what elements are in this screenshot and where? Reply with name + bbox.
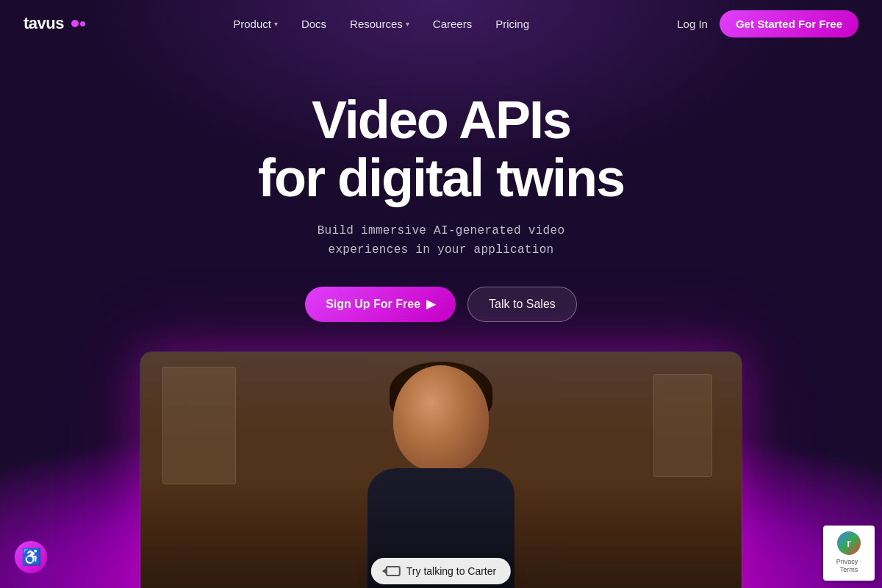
logo-dot-1 xyxy=(71,20,79,27)
recaptcha-text: Privacy · Terms xyxy=(831,558,867,575)
person-head xyxy=(393,365,489,472)
nav-careers[interactable]: Careers xyxy=(433,18,472,30)
get-started-button[interactable]: Get Started For Free xyxy=(720,10,858,37)
talk-to-sales-button[interactable]: Talk to Sales xyxy=(467,287,577,322)
nav-docs[interactable]: Docs xyxy=(301,18,326,30)
carter-button[interactable]: Try talking to Carter xyxy=(371,558,511,584)
nav-resources[interactable]: Resources ▾ xyxy=(350,18,409,30)
person-figure xyxy=(331,365,551,588)
nav-product[interactable]: Product ▾ xyxy=(233,18,278,30)
logo-icon xyxy=(71,20,85,27)
recaptcha-logo: r xyxy=(837,531,861,555)
background-window-right xyxy=(653,374,712,477)
navbar: tavus Product ▾ Docs Resources ▾ Careers… xyxy=(0,0,882,47)
signup-button[interactable]: Sign Up For Free ▶ xyxy=(305,287,456,322)
arrow-icon: ▶ xyxy=(426,297,435,311)
nav-pricing[interactable]: Pricing xyxy=(495,18,529,30)
nav-actions: Log In Get Started For Free xyxy=(677,10,858,37)
logo[interactable]: tavus xyxy=(24,14,85,33)
hero-subtitle: Build immersive AI-generated video exper… xyxy=(0,222,882,259)
nav-links: Product ▾ Docs Resources ▾ Careers Prici… xyxy=(233,18,529,30)
recaptcha-badge: r Privacy · Terms xyxy=(823,526,875,581)
accessibility-button[interactable]: ♿ xyxy=(15,541,47,573)
logo-text: tavus xyxy=(24,14,64,33)
accessibility-icon: ♿ xyxy=(21,548,41,567)
logo-dot-2 xyxy=(80,21,85,26)
hero-section: Video APIs for digital twins Build immer… xyxy=(0,47,882,322)
login-button[interactable]: Log In xyxy=(677,18,708,30)
product-chevron-icon: ▾ xyxy=(274,20,278,28)
hero-buttons: Sign Up For Free ▶ Talk to Sales xyxy=(0,287,882,322)
background-window-left xyxy=(162,367,236,484)
video-container: Try talking to Carter xyxy=(140,351,742,588)
resources-chevron-icon: ▾ xyxy=(406,20,409,28)
hero-title: Video APIs for digital twins xyxy=(0,91,882,207)
video-camera-icon xyxy=(386,566,401,576)
